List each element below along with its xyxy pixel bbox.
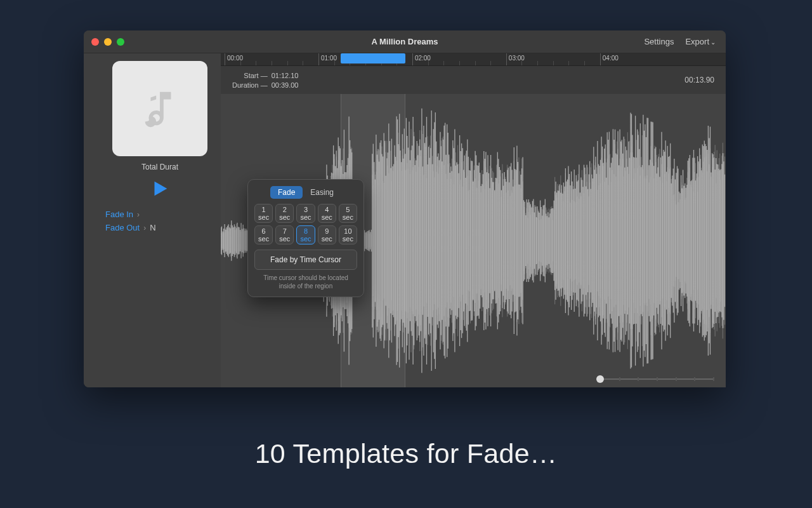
- start-value: 01:12.10: [272, 72, 299, 79]
- fade-seconds-grid: 1sec2sec3sec4sec5sec6sec7sec8sec9sec10se…: [254, 204, 357, 244]
- start-label: Start —: [232, 72, 268, 79]
- duration-value: 00:39.00: [272, 81, 299, 89]
- fade-10-sec-button[interactable]: 10sec: [339, 225, 357, 244]
- fade-out-value: N: [150, 223, 155, 232]
- total-duration-label: Total Durat: [141, 163, 178, 171]
- fade-1-sec-button[interactable]: 1sec: [254, 204, 273, 223]
- fade-9-sec-button[interactable]: 9sec: [318, 225, 336, 244]
- chevron-right-icon: ›: [137, 210, 140, 219]
- play-icon: [149, 178, 171, 199]
- tab-easing[interactable]: Easing: [303, 186, 341, 199]
- elapsed-time: 00:13.90: [684, 76, 714, 84]
- ruler-selection[interactable]: [341, 53, 405, 64]
- fade-6-sec-button[interactable]: 6sec: [254, 225, 273, 244]
- tab-fade[interactable]: Fade: [270, 186, 303, 199]
- sidebar: Total Durat Fade In › Fade Out › N: [84, 53, 221, 387]
- fade-5-sec-button[interactable]: 5sec: [339, 204, 357, 223]
- ruler-tick: 04:00: [600, 53, 619, 66]
- fade-hint: Time cursor should be located inside of …: [254, 274, 357, 290]
- fade-out-label: Fade Out: [105, 223, 140, 232]
- chevron-right-icon: ›: [143, 224, 146, 232]
- content-area: Total Durat Fade In › Fade Out › N 00:00…: [84, 53, 726, 387]
- music-note-icon: [138, 86, 182, 131]
- fade-popover-tabs: Fade Easing: [254, 186, 357, 199]
- fade-popover: Fade Easing 1sec2sec3sec4sec5sec6sec7sec…: [247, 179, 364, 297]
- play-button[interactable]: [149, 178, 171, 202]
- fade-7-sec-button[interactable]: 7sec: [275, 225, 294, 244]
- fade-in-label: Fade In: [105, 210, 133, 219]
- timeline-ruler[interactable]: 00:0001:0002:0003:0004:00: [221, 53, 726, 66]
- zoom-thumb[interactable]: [596, 375, 604, 383]
- zoom-slider[interactable]: [600, 375, 714, 384]
- info-strip: Start — Duration — 01:12.10 00:39.00 00:…: [221, 66, 726, 94]
- fade-4-sec-button[interactable]: 4sec: [318, 204, 336, 223]
- titlebar: A Million Dreams Settings Export⌄: [84, 30, 726, 53]
- fade-8-sec-button[interactable]: 8sec: [296, 225, 315, 244]
- fade-in-button[interactable]: Fade In ›: [105, 210, 140, 219]
- app-window: A Million Dreams Settings Export⌄ Total …: [84, 30, 726, 387]
- window-title: A Million Dreams: [84, 37, 726, 46]
- fade-out-button[interactable]: Fade Out › N: [105, 223, 156, 232]
- fade-3-sec-button[interactable]: 3sec: [296, 204, 315, 223]
- marketing-headline: 10 Templates for Fade…: [0, 438, 812, 469]
- fade-2-sec-button[interactable]: 2sec: [275, 204, 294, 223]
- album-art: [112, 61, 207, 156]
- duration-label: Duration —: [232, 81, 268, 89]
- fade-by-cursor-button[interactable]: Fade by Time Cursor: [254, 250, 357, 270]
